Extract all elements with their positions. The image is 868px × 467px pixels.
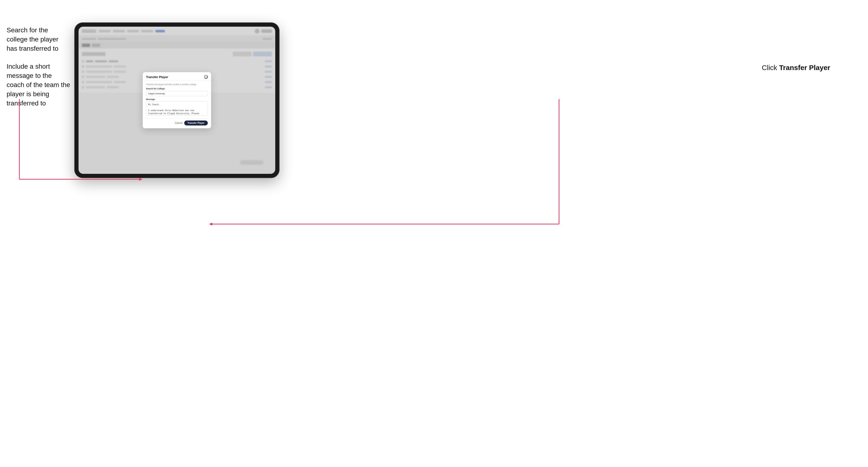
annotation-transfer-bold: Transfer Player: [779, 64, 830, 71]
cancel-button[interactable]: Cancel: [175, 122, 182, 124]
modal-overlay: Transfer Player × Transfer the player an…: [79, 27, 275, 174]
search-label: Search for College: [146, 88, 208, 90]
modal-header: Transfer Player ×: [143, 72, 211, 81]
svg-marker-6: [209, 223, 212, 225]
message-label: Message: [146, 98, 208, 100]
transfer-player-button[interactable]: Transfer Player: [184, 121, 208, 125]
tablet-screen: Transfer Player × Transfer the player an…: [79, 27, 275, 174]
college-search-input[interactable]: [146, 91, 208, 96]
message-textarea[interactable]: Hi Coach, I understand Chris Robertson h…: [146, 101, 208, 116]
modal-footer: Cancel Transfer Player: [143, 118, 211, 128]
tablet-outer: Transfer Player × Transfer the player an…: [74, 22, 280, 178]
transfer-player-modal: Transfer Player × Transfer the player an…: [143, 72, 211, 128]
annotation-message-text: Include a short message to the coach of …: [7, 62, 70, 108]
modal-close-button[interactable]: ×: [204, 75, 208, 79]
svg-marker-3: [139, 178, 143, 181]
modal-body: Transfer the player and their profile to…: [143, 81, 211, 118]
tablet-device: Transfer Player × Transfer the player an…: [74, 22, 280, 178]
annotation-right: Click Transfer Player: [762, 64, 830, 72]
modal-subtitle: Transfer the player and their profile to…: [146, 83, 208, 86]
modal-title: Transfer Player: [146, 75, 168, 79]
annotation-left: Search for the college the player has tr…: [7, 26, 70, 117]
annotation-click-text: Click: [762, 64, 779, 71]
annotation-search-text: Search for the college the player has tr…: [7, 26, 70, 53]
